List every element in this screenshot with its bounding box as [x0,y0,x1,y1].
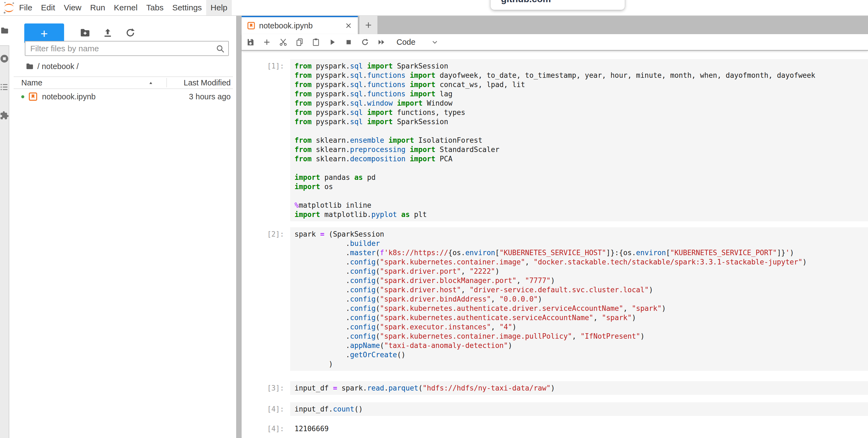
upload-icon [102,27,113,38]
code-line: from pyspark.sql import functions, types [294,108,868,117]
close-icon [345,22,352,29]
code-cell: [3]:input_df = spark.read.parquet("hdfs:… [242,381,868,395]
code-line: %matplotlib inline [294,201,868,210]
copy-icon [295,38,304,47]
file-last-modified: 3 hours ago [189,89,231,104]
new-launcher-button[interactable]: + [24,24,64,43]
column-header-name[interactable]: Name [21,77,42,88]
file-row[interactable]: notebook.ipynb 3 hours ago [13,89,233,104]
menu-item-tabs[interactable]: Tabs [142,0,168,15]
new-folder-button[interactable] [80,27,91,38]
code-line: import pandas as pd [294,173,868,182]
column-header-last-modified[interactable]: Last Modified [184,77,231,88]
code-line [294,126,868,136]
code-line: .config("spark.driver.host", "driver-ser… [294,285,868,294]
code-line: input_df.count() [294,404,868,414]
code-line: .builder [294,239,868,248]
fast-forward-icon [377,38,385,47]
copy-cells-button[interactable] [291,35,308,49]
restart-kernel-button[interactable] [357,35,373,49]
run-icon [328,38,337,47]
code-line: import matplotlib.pyplot as plt [294,210,868,219]
file-name: notebook.ipynb [42,89,96,104]
sidebar-tab-running-sessions[interactable] [0,54,9,63]
panel-separator[interactable] [236,16,242,438]
menu-item-help[interactable]: Help [206,0,232,15]
input-prompt: [2]: [242,227,290,371]
code-line: .config("spark.driver.port", "2222") [294,267,868,276]
code-line: .master(f'k8s://https://{os.environ["KUB… [294,248,868,257]
input-prompt: [4]: [242,402,290,416]
tab-bar: notebook.ipynb [242,16,868,34]
cell-type-dropdown[interactable]: Code [397,38,415,47]
code-line: .config("spark.kubernetes.container.imag… [294,257,868,267]
stop-circle-icon [0,54,9,63]
menu-item-view[interactable]: View [59,0,86,15]
browser-popup: github.com [491,0,625,10]
menu-item-run[interactable]: Run [86,0,110,15]
code-line: .config("spark.driver.blockManager.port"… [294,276,868,285]
menu-item-settings[interactable]: Settings [168,0,206,15]
save-icon [246,38,255,47]
sidebar-tab-table-of-contents[interactable] [0,82,9,92]
run-cell-button[interactable] [324,35,340,49]
code-line: ) [294,359,868,369]
cell-editor[interactable]: from pyspark.sql import SparkSessionfrom… [290,59,868,221]
running-kernel-dot [21,95,24,98]
code-line: import os [294,182,868,191]
tab-title: notebook.ipynb [259,21,313,30]
code-line: input_df = spark.read.parquet("hdfs://hd… [294,383,868,393]
cell-editor[interactable]: input_df.count() [290,402,868,416]
code-line: .config("spark.kubernetes.container.imag… [294,331,868,341]
menu-item-kernel[interactable]: Kernel [110,0,142,15]
tab-notebook[interactable]: notebook.ipynb [242,16,358,34]
toolbar-buttons [242,35,390,49]
notebook-panel: notebook.ipynb Code [1]:from pyspark.sql… [242,16,868,438]
code-line: from pyspark.sql.functions import dayofw… [294,71,868,80]
code-line: spark = (SparkSession [294,230,868,239]
add-cell-button[interactable] [258,35,275,49]
interrupt-kernel-button[interactable] [340,35,357,49]
rail-active-segment [0,16,9,45]
add-icon [262,38,271,47]
sidebar-tab-file-browser[interactable] [0,26,9,35]
restart-run-all-button[interactable] [373,35,390,49]
cell-editor[interactable]: spark = (SparkSession .builder .master(f… [290,227,868,371]
puzzle-icon [0,111,9,120]
code-line: .config("spark.kubernetes.authenticate.d… [294,304,868,313]
chevron-down-icon[interactable] [431,38,438,46]
menu-item-file[interactable]: File [15,0,36,15]
notebook-content: [1]:from pyspark.sql import SparkSession… [242,52,868,438]
menu-bar: FileEditViewRunKernelTabsSettingsHelp [0,0,868,16]
input-prompt: [1]: [242,59,290,221]
cell-list: [1]:from pyspark.sql import SparkSession… [242,59,868,436]
filter-box [25,41,229,56]
new-tab-button[interactable] [360,16,377,34]
refresh-button[interactable] [125,27,136,38]
code-line: .config("spark.kubernetes.authenticate.s… [294,313,868,322]
code-line: from sklearn.ensemble import IsolationFo… [294,136,868,145]
save-notebook-button[interactable] [242,35,258,49]
code-line: from sklearn.preprocessing import Standa… [294,145,868,154]
code-line [294,191,868,201]
paste-cells-button[interactable] [308,35,324,49]
output-text: 12106669 [290,422,868,436]
sort-ascending-icon[interactable] [148,80,154,86]
filter-files-input[interactable] [25,41,228,55]
restart-icon [361,38,369,47]
menu-item-edit[interactable]: Edit [36,0,59,15]
breadcrumb[interactable]: / notebook / [26,60,79,72]
sidebar-tab-extensions[interactable] [0,111,9,120]
cut-cells-button[interactable] [275,35,291,49]
toc-icon [0,82,9,92]
activity-rail [0,16,9,438]
close-tab-button[interactable] [345,22,352,29]
upload-button[interactable] [102,27,113,38]
notebook-toolbar: Code [242,34,868,51]
jupyter-logo-icon [3,1,15,14]
code-cell: [1]:from pyspark.sql import SparkSession… [242,59,868,221]
cell-editor[interactable]: input_df = spark.read.parquet("hdfs://hd… [290,381,868,395]
code-line: from pyspark.sql.window import Window [294,98,868,108]
code-cell: [4]:input_df.count() [242,402,868,416]
input-prompt: [3]: [242,381,290,395]
